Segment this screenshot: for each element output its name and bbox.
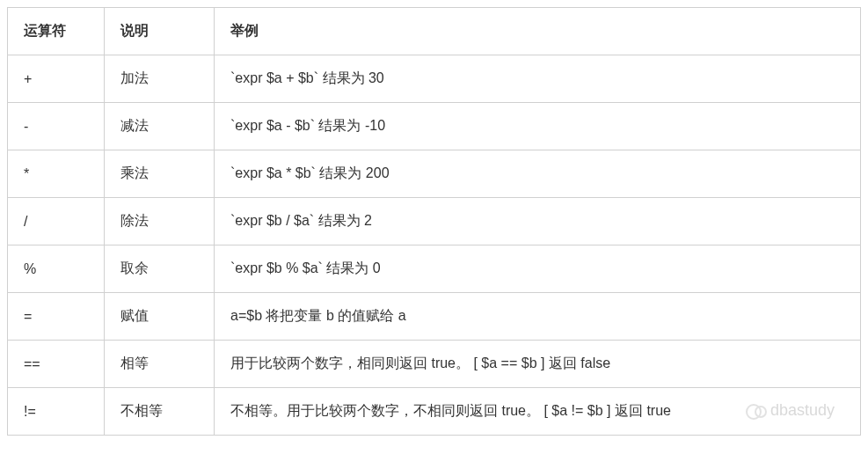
document-container: 运算符 说明 举例 + 加法 `expr $a + $b` 结果为 30 - 减… — [7, 7, 861, 436]
cell-description: 不相等 — [105, 388, 215, 436]
header-operator: 运算符 — [8, 8, 105, 55]
table-header-row: 运算符 说明 举例 — [8, 8, 861, 55]
cell-description: 乘法 — [105, 150, 215, 198]
cell-operator: % — [8, 245, 105, 293]
cell-description: 赋值 — [105, 293, 215, 341]
cell-description: 加法 — [105, 55, 215, 103]
cell-example: `expr $a + $b` 结果为 30 — [215, 55, 861, 103]
operators-table: 运算符 说明 举例 + 加法 `expr $a + $b` 结果为 30 - 减… — [7, 7, 861, 436]
table-row: + 加法 `expr $a + $b` 结果为 30 — [8, 55, 861, 103]
cell-example: `expr $a - $b` 结果为 -10 — [215, 103, 861, 150]
table-row: / 除法 `expr $b / $a` 结果为 2 — [8, 198, 861, 245]
table-row: == 相等 用于比较两个数字，相同则返回 true。 [ $a == $b ] … — [8, 341, 861, 388]
cell-example: 用于比较两个数字，相同则返回 true。 [ $a == $b ] 返回 fal… — [215, 341, 861, 388]
table-row: * 乘法 `expr $a * $b` 结果为 200 — [8, 150, 861, 198]
cell-operator: * — [8, 150, 105, 198]
cell-example: 不相等。用于比较两个数字，不相同则返回 true。 [ $a != $b ] 返… — [215, 388, 861, 436]
cell-description: 相等 — [105, 341, 215, 388]
cell-operator: == — [8, 341, 105, 388]
cell-operator: / — [8, 198, 105, 245]
table-row: % 取余 `expr $b % $a` 结果为 0 — [8, 245, 861, 293]
header-description: 说明 — [105, 8, 215, 55]
cell-operator: - — [8, 103, 105, 150]
cell-example: `expr $a * $b` 结果为 200 — [215, 150, 861, 198]
cell-example: `expr $b % $a` 结果为 0 — [215, 245, 861, 293]
table-row: - 减法 `expr $a - $b` 结果为 -10 — [8, 103, 861, 150]
cell-description: 减法 — [105, 103, 215, 150]
header-example: 举例 — [215, 8, 861, 55]
cell-operator: + — [8, 55, 105, 103]
cell-description: 除法 — [105, 198, 215, 245]
cell-example: `expr $b / $a` 结果为 2 — [215, 198, 861, 245]
table-row: != 不相等 不相等。用于比较两个数字，不相同则返回 true。 [ $a !=… — [8, 388, 861, 436]
cell-example: a=$b 将把变量 b 的值赋给 a — [215, 293, 861, 341]
cell-description: 取余 — [105, 245, 215, 293]
table-row: = 赋值 a=$b 将把变量 b 的值赋给 a — [8, 293, 861, 341]
cell-operator: = — [8, 293, 105, 341]
cell-operator: != — [8, 388, 105, 436]
